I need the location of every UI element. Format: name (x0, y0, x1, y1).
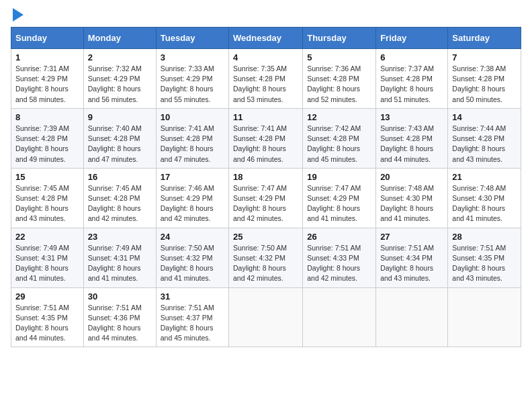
calendar-cell: 15 Sunrise: 7:45 AM Sunset: 4:28 PM Dayl… (11, 168, 84, 228)
day-number: 20 (380, 172, 443, 182)
calendar-cell: 7 Sunrise: 7:38 AM Sunset: 4:28 PM Dayli… (448, 49, 521, 109)
day-number: 4 (233, 52, 298, 62)
sunrise-label: Sunrise: 7:50 AM (161, 244, 214, 252)
cell-content: Sunrise: 7:39 AM Sunset: 4:28 PM Dayligh… (15, 124, 79, 165)
calendar-cell: 8 Sunrise: 7:39 AM Sunset: 4:28 PM Dayli… (11, 108, 84, 168)
calendar-cell: 11 Sunrise: 7:41 AM Sunset: 4:28 PM Dayl… (229, 108, 303, 168)
calendar-cell: 14 Sunrise: 7:44 AM Sunset: 4:28 PM Dayl… (448, 108, 521, 168)
sunset-label: Sunset: 4:28 PM (307, 75, 359, 83)
sunrise-label: Sunrise: 7:51 AM (88, 304, 142, 312)
sunset-label: Sunset: 4:28 PM (233, 134, 285, 142)
cell-content: Sunrise: 7:45 AM Sunset: 4:28 PM Dayligh… (88, 183, 152, 224)
sunrise-label: Sunrise: 7:33 AM (161, 64, 214, 73)
cell-content: Sunrise: 7:38 AM Sunset: 4:28 PM Dayligh… (452, 64, 517, 105)
cell-content: Sunrise: 7:32 AM Sunset: 4:29 PM Dayligh… (88, 64, 152, 105)
sunrise-label: Sunrise: 7:43 AM (380, 124, 434, 132)
calendar-header-friday: Friday (376, 28, 448, 49)
sunset-label: Sunset: 4:31 PM (15, 254, 68, 262)
sunrise-label: Sunrise: 7:49 AM (88, 244, 142, 252)
sunset-label: Sunset: 4:29 PM (161, 194, 213, 202)
calendar-header-sunday: Sunday (11, 28, 84, 49)
daylight-label: Daylight: 8 hours and 41 minutes. (452, 204, 505, 222)
calendar-cell: 17 Sunrise: 7:46 AM Sunset: 4:29 PM Dayl… (156, 168, 228, 228)
sunset-label: Sunset: 4:32 PM (233, 254, 285, 262)
day-number: 17 (161, 172, 224, 182)
day-number: 22 (15, 232, 79, 242)
cell-content: Sunrise: 7:51 AM Sunset: 4:37 PM Dayligh… (161, 303, 224, 344)
sunrise-label: Sunrise: 7:49 AM (15, 244, 69, 252)
calendar-table: SundayMondayTuesdayWednesdayThursdayFrid… (11, 27, 521, 347)
day-number: 29 (15, 291, 79, 302)
day-number: 12 (307, 112, 371, 122)
cell-content: Sunrise: 7:33 AM Sunset: 4:29 PM Dayligh… (161, 64, 224, 105)
cell-content: Sunrise: 7:47 AM Sunset: 4:29 PM Dayligh… (233, 183, 298, 224)
calendar-cell: 22 Sunrise: 7:49 AM Sunset: 4:31 PM Dayl… (11, 228, 84, 287)
cell-content: Sunrise: 7:50 AM Sunset: 4:32 PM Dayligh… (161, 243, 224, 284)
calendar-header-thursday: Thursday (303, 28, 376, 49)
calendar-header-saturday: Saturday (448, 28, 521, 49)
cell-content: Sunrise: 7:47 AM Sunset: 4:29 PM Dayligh… (307, 183, 371, 224)
sunset-label: Sunset: 4:28 PM (15, 194, 68, 202)
sunset-label: Sunset: 4:30 PM (452, 194, 504, 202)
sunset-label: Sunset: 4:35 PM (15, 314, 68, 322)
sunset-label: Sunset: 4:28 PM (307, 134, 359, 142)
calendar-header-tuesday: Tuesday (156, 28, 228, 49)
sunset-label: Sunset: 4:35 PM (452, 254, 504, 262)
day-number: 9 (88, 112, 152, 122)
day-number: 25 (233, 232, 298, 242)
sunset-label: Sunset: 4:29 PM (233, 194, 285, 202)
cell-content: Sunrise: 7:51 AM Sunset: 4:36 PM Dayligh… (88, 303, 152, 344)
logo-arrow-icon (13, 8, 24, 21)
logo (11, 11, 24, 21)
daylight-label: Daylight: 8 hours and 58 minutes. (15, 85, 69, 103)
cell-content: Sunrise: 7:41 AM Sunset: 4:28 PM Dayligh… (233, 124, 298, 165)
sunset-label: Sunset: 4:28 PM (15, 134, 68, 142)
calendar-cell: 26 Sunrise: 7:51 AM Sunset: 4:33 PM Dayl… (303, 228, 376, 287)
calendar-cell: 12 Sunrise: 7:42 AM Sunset: 4:28 PM Dayl… (303, 108, 376, 168)
cell-content: Sunrise: 7:44 AM Sunset: 4:28 PM Dayligh… (452, 124, 517, 165)
sunrise-label: Sunrise: 7:35 AM (233, 64, 287, 73)
daylight-label: Daylight: 8 hours and 41 minutes. (88, 264, 141, 282)
day-number: 30 (88, 291, 152, 302)
day-number: 10 (161, 112, 224, 122)
sunset-label: Sunset: 4:28 PM (380, 75, 433, 83)
sunset-label: Sunset: 4:28 PM (452, 75, 504, 83)
sunrise-label: Sunrise: 7:37 AM (380, 64, 434, 73)
sunset-label: Sunset: 4:31 PM (88, 254, 140, 262)
day-number: 1 (15, 52, 79, 62)
sunrise-label: Sunrise: 7:45 AM (88, 184, 142, 192)
daylight-label: Daylight: 8 hours and 44 minutes. (88, 324, 141, 342)
daylight-label: Daylight: 8 hours and 49 minutes. (15, 144, 69, 163)
calendar-week-2: 8 Sunrise: 7:39 AM Sunset: 4:28 PM Dayli… (11, 108, 521, 168)
daylight-label: Daylight: 8 hours and 47 minutes. (161, 144, 214, 163)
cell-content: Sunrise: 7:45 AM Sunset: 4:28 PM Dayligh… (15, 183, 79, 224)
day-number: 24 (161, 232, 224, 242)
sunrise-label: Sunrise: 7:39 AM (15, 124, 69, 132)
daylight-label: Daylight: 8 hours and 41 minutes. (307, 204, 360, 222)
calendar-cell: 23 Sunrise: 7:49 AM Sunset: 4:31 PM Dayl… (83, 228, 156, 287)
day-number: 19 (307, 172, 371, 182)
sunrise-label: Sunrise: 7:50 AM (233, 244, 287, 252)
daylight-label: Daylight: 8 hours and 46 minutes. (233, 144, 286, 163)
daylight-label: Daylight: 8 hours and 44 minutes. (380, 144, 433, 163)
daylight-label: Daylight: 8 hours and 50 minutes. (452, 85, 505, 103)
sunrise-label: Sunrise: 7:32 AM (88, 64, 142, 73)
daylight-label: Daylight: 8 hours and 52 minutes. (307, 85, 360, 103)
cell-content: Sunrise: 7:36 AM Sunset: 4:28 PM Dayligh… (307, 64, 371, 105)
daylight-label: Daylight: 8 hours and 47 minutes. (88, 144, 141, 163)
sunset-label: Sunset: 4:28 PM (88, 134, 140, 142)
calendar-cell: 21 Sunrise: 7:48 AM Sunset: 4:30 PM Dayl… (448, 168, 521, 228)
day-number: 26 (307, 232, 371, 242)
calendar-cell: 13 Sunrise: 7:43 AM Sunset: 4:28 PM Dayl… (376, 108, 448, 168)
daylight-label: Daylight: 8 hours and 43 minutes. (380, 264, 433, 282)
calendar-cell (303, 287, 376, 347)
sunrise-label: Sunrise: 7:41 AM (161, 124, 214, 132)
sunrise-label: Sunrise: 7:51 AM (380, 244, 434, 252)
sunset-label: Sunset: 4:28 PM (452, 134, 504, 142)
calendar-cell (448, 287, 521, 347)
calendar-cell (376, 287, 448, 347)
daylight-label: Daylight: 8 hours and 45 minutes. (161, 324, 214, 342)
calendar-header-wednesday: Wednesday (229, 28, 303, 49)
daylight-label: Daylight: 8 hours and 45 minutes. (307, 144, 360, 163)
sunset-label: Sunset: 4:29 PM (307, 194, 359, 202)
